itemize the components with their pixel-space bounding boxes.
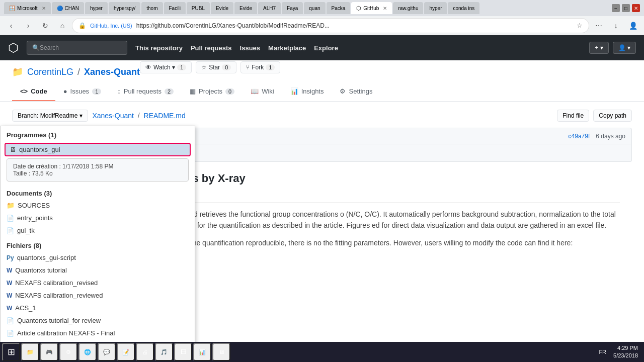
github-search[interactable]: 🔍 Search [27, 41, 127, 55]
tab-evide1[interactable]: Evide [211, 2, 233, 14]
tab-label: GitHub [363, 6, 379, 11]
repo-header: 📁 CorentinLG / Xanes-Quant 👁 Watch ▾ 1 ☆… [0, 60, 644, 102]
tab-quan[interactable]: quan [304, 2, 325, 14]
tab-hyper1[interactable]: hyper [85, 2, 108, 14]
maximize-button[interactable]: □ [622, 4, 630, 12]
tab-rawgit[interactable]: raw.githu [393, 2, 423, 14]
tab-thom[interactable]: thom [141, 2, 163, 14]
forward-button[interactable]: › [21, 19, 35, 33]
minimize-button[interactable]: − [612, 4, 620, 12]
taskbar-time-display: 4:29 PM [613, 344, 638, 352]
back-button[interactable]: ‹ [4, 19, 18, 33]
nav-marketplace[interactable]: Marketplace [268, 44, 306, 52]
taskbar-clock: 4:29 PM 5/23/2018 [613, 344, 642, 360]
taskbar-browser[interactable]: 🌐 [78, 343, 97, 361]
tab-alh7[interactable]: ALH7 [258, 2, 281, 14]
sidebar-item-entry-points[interactable]: 📄 entry_points [1, 212, 195, 224]
file-name: Article calibration NEXAFS - Final [17, 329, 115, 337]
tab-facili[interactable]: Facili [164, 2, 186, 14]
star-button[interactable]: ☆ Star 0 [196, 61, 236, 73]
sidebar-item-file-1[interactable]: W Quantorxs tutorial [1, 264, 195, 277]
watch-button[interactable]: 👁 Watch ▾ 1 [140, 61, 192, 73]
user-button[interactable]: 👤 ▾ [613, 42, 636, 54]
projects-badge: 0 [225, 88, 234, 95]
tab-icon: 🪟 [9, 6, 15, 11]
copy-path-button[interactable]: Copy path [593, 110, 632, 122]
tab-settings[interactable]: ⚙ Settings [332, 82, 380, 101]
tab-github[interactable]: ⬡ GitHub ✕ [351, 2, 392, 14]
github-header: ⬡ 🔍 Search This repository Pull requests… [0, 35, 644, 60]
fork-button[interactable]: ⑂ Fork 1 [240, 61, 280, 73]
taskbar-excel[interactable]: 📊 [193, 343, 211, 361]
sidebar-item-file-4[interactable]: W ACS_1 [1, 302, 195, 314]
tab-projects[interactable]: ▦ Projects 0 [182, 82, 243, 101]
taskbar-app-6[interactable]: 🖥 [212, 343, 230, 361]
tab-microsoft[interactable]: 🪟 Microsoft ✕ [4, 2, 51, 14]
taskbar-notepad[interactable]: 📝 [117, 343, 135, 361]
taskbar-app-5[interactable]: 🎞 [174, 343, 192, 361]
taskbar-app-4[interactable]: 🎵 [155, 343, 173, 361]
home-button[interactable]: ⌂ [55, 19, 69, 33]
repo-actions: 👁 Watch ▾ 1 ☆ Star 0 ⑂ Fork 1 [140, 61, 280, 73]
profile-button[interactable]: 👤 [626, 19, 640, 33]
branch-selector[interactable]: Branch: ModifReadme ▾ [12, 110, 88, 122]
repo-name-link[interactable]: Xanes-Quant [84, 67, 140, 77]
taskbar-date-display: 5/23/2018 [613, 352, 638, 359]
eye-icon: 👁 [145, 64, 151, 71]
nav-explore[interactable]: Explore [314, 44, 338, 52]
repo-owner-link[interactable]: CorentinLG [27, 67, 73, 77]
tab-close[interactable]: ✕ [42, 6, 46, 11]
tab-packa[interactable]: Packa [327, 2, 351, 14]
close-button[interactable]: ✕ [632, 4, 640, 12]
find-file-button[interactable]: Find file [557, 110, 589, 122]
word-icon: W [7, 267, 12, 274]
tab-conda[interactable]: conda ins [448, 2, 479, 14]
tab-hyperspy[interactable]: hyperspy/ [109, 2, 140, 14]
sidebar-item-gui-tk[interactable]: 📄 gui_tk [1, 224, 195, 237]
tab-code[interactable]: <> Code [12, 82, 55, 101]
taskbar-file-explorer[interactable]: 📁 [21, 343, 39, 361]
extensions-button[interactable]: ⋯ [592, 19, 606, 33]
sidebar-item-sources[interactable]: 📁 SOURCES [1, 199, 195, 212]
issues-badge: 1 [92, 88, 101, 95]
taskbar-app-3[interactable]: 🖨 [136, 343, 154, 361]
nav-issues[interactable]: Issues [240, 44, 260, 52]
address-icons: ☆ [577, 22, 583, 29]
breadcrumb: Xanes-Quant / README.md [92, 112, 185, 120]
tab-evide2[interactable]: Evide [234, 2, 257, 14]
tab-wiki[interactable]: 📖 Wiki [243, 82, 282, 101]
tab-hyper2[interactable]: hyper [424, 2, 447, 14]
refresh-button[interactable]: ↻ [38, 19, 52, 33]
taskbar-app-1[interactable]: 🎮 [40, 343, 58, 361]
sidebar-highlighted-item[interactable]: 🖥 quantorxs_gui [5, 143, 191, 156]
breadcrumb-repo-link[interactable]: Xanes-Quant [92, 112, 134, 120]
sidebar-item-file-5[interactable]: 📄 Quantorxs tutorial_for review [1, 314, 195, 327]
start-button[interactable]: ⊞ [2, 343, 20, 361]
watch-count: 1 [177, 64, 186, 70]
taskbar-chat[interactable]: 💬 [98, 343, 116, 361]
download-button[interactable]: ↓ [609, 19, 623, 33]
bookmark-icon[interactable]: ☆ [577, 22, 583, 29]
sidebar-item-file-6[interactable]: 📄 Article calibration NEXAFS - Final [1, 327, 195, 339]
nav-pull-requests[interactable]: Pull requests [191, 44, 232, 52]
tab-issues[interactable]: ● Issues 1 [55, 82, 110, 101]
txt-icon2: 📄 [7, 227, 14, 234]
tab-close-github[interactable]: ✕ [383, 6, 387, 11]
tab-faya[interactable]: Faya [282, 2, 303, 14]
tab-publ[interactable]: PUBL [187, 2, 210, 14]
sidebar-item-file-2[interactable]: W NEXAFS calibration_revised [1, 277, 195, 289]
sidebar-item-file-3[interactable]: W NEXAFS calibration_reviewed [1, 289, 195, 302]
repo-title: 📁 CorentinLG / Xanes-Quant [12, 66, 140, 77]
tab-insights[interactable]: 📊 Insights [282, 82, 332, 101]
tab-chan[interactable]: 🔵 CHAN [52, 2, 84, 14]
nav-this-repo[interactable]: This repository [135, 44, 183, 52]
sidebar-item-file-0[interactable]: Py quantorxs_gui-script [1, 251, 195, 264]
star-icon: ☆ [201, 64, 207, 71]
tab-pull-requests[interactable]: ↕ Pull requests 2 [109, 82, 182, 101]
address-bar[interactable]: 🔒 GitHub, Inc. (US) https://github.com/C… [72, 19, 589, 33]
plus-button[interactable]: + ▾ [589, 42, 608, 54]
issues-icon: ● [63, 87, 67, 95]
tab-icon: ⬡ [356, 5, 361, 12]
taskbar-app-2[interactable]: ⚙ [59, 343, 77, 361]
commit-hash-link[interactable]: c49a79f [569, 133, 590, 140]
